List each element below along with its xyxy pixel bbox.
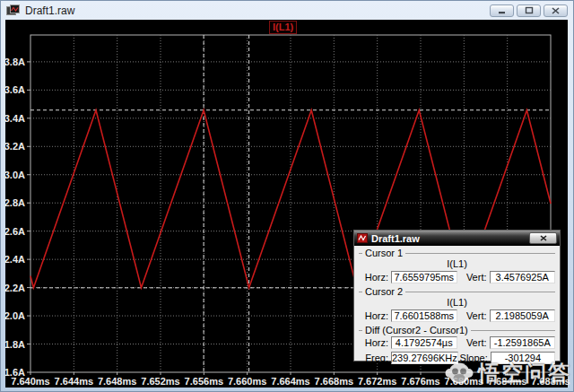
cursor-dialog-close-button[interactable]: [529, 232, 557, 244]
y-tick-label: 1.8A: [4, 339, 25, 350]
y-tick-label: 2.4A: [4, 254, 25, 265]
x-tick-label: 7.648ms: [98, 376, 136, 387]
cursor2-horz-label: Horz:: [359, 310, 388, 321]
diff-group: Diff (Cursor2 - Cursor1) Horz: 4.1792574…: [359, 326, 555, 367]
cursor1-vert-label: Vert:: [457, 272, 487, 283]
trace-name-label[interactable]: I(L1): [269, 21, 297, 34]
y-tick-label: 2.6A: [4, 226, 25, 237]
cursor-dialog[interactable]: Draft1.raw Cursor 1 I(L1) Horz: 7.655979…: [353, 230, 561, 362]
x-tick-label: 7.664ms: [271, 376, 309, 387]
x-tick-label: 7.676ms: [401, 376, 439, 387]
x-tick-label: 7.688ms: [531, 376, 570, 387]
x-tick-label: 7.652ms: [141, 376, 179, 387]
cursor1-vert-value[interactable]: 3.4576925A: [490, 271, 556, 283]
x-tick-label: 7.684ms: [488, 376, 526, 387]
cursor2-vert-value[interactable]: 2.1985059A: [490, 309, 556, 322]
cursor2-group: Cursor 2 I(L1) Horz: 7.6601588ms Vert: 2…: [359, 287, 555, 325]
y-tick-label: 3.8A: [4, 57, 25, 67]
y-tick-label: 1.6A: [4, 367, 25, 378]
cursor2-signal: I(L1): [359, 297, 555, 309]
diff-vert-label: Vert:: [457, 337, 487, 348]
cursor1-horz-label: Horz:: [359, 272, 388, 283]
y-tick-label: 3.0A: [4, 170, 25, 180]
cursor2-vert-label: Vert:: [457, 310, 487, 321]
cursor1-group: Cursor 1 I(L1) Horz: 7.6559795ms Vert: 3…: [359, 248, 555, 286]
cursor1-group-label: Cursor 1: [365, 248, 403, 258]
diff-freq-value[interactable]: 239.27696KHz: [391, 352, 458, 364]
diff-group-label: Diff (Cursor2 - Cursor1): [365, 326, 468, 335]
diff-vert-value[interactable]: -1.2591865A: [490, 336, 556, 349]
diff-slope-value[interactable]: -301294: [491, 352, 555, 364]
y-tick-label: 3.6A: [4, 84, 25, 95]
cursor1-signal: I(L1): [359, 258, 555, 270]
cursor2-horz-value[interactable]: 7.6601588ms: [391, 309, 457, 322]
cursor-dialog-close-icon: [540, 235, 547, 241]
y-tick-label: 3.4A: [4, 113, 25, 124]
x-tick-label: 7.680ms: [445, 376, 483, 387]
cursor-dialog-icon: [357, 233, 368, 243]
x-tick-label: 7.656ms: [185, 376, 223, 387]
cursor1-horz-value[interactable]: 7.6559795ms: [391, 271, 457, 283]
cursor-dialog-titlebar[interactable]: Draft1.raw: [354, 231, 560, 246]
y-tick-label: 2.0A: [4, 310, 25, 321]
diff-horz-label: Horz:: [359, 337, 388, 348]
y-tick-label: 2.8A: [4, 197, 25, 208]
x-tick-label: 7.672ms: [358, 376, 396, 387]
y-tick-label: 2.2A: [4, 283, 25, 293]
diff-horz-value[interactable]: 4.1792574µs: [391, 336, 457, 349]
cursor2-group-label: Cursor 2: [365, 287, 403, 297]
y-tick-label: 3.2A: [4, 141, 25, 152]
diff-freq-label: Freq:: [359, 353, 388, 363]
x-tick-label: 7.660ms: [228, 376, 266, 387]
diff-slope-label: Slope:: [458, 353, 488, 363]
cursor-dialog-title: Draft1.raw: [371, 233, 420, 244]
x-tick-label: 7.668ms: [315, 376, 353, 387]
x-tick-label: 7.644ms: [55, 376, 93, 387]
waveform-window: Draft1.raw 7.640ms7.644ms7.648ms7.652ms7…: [0, 0, 574, 392]
